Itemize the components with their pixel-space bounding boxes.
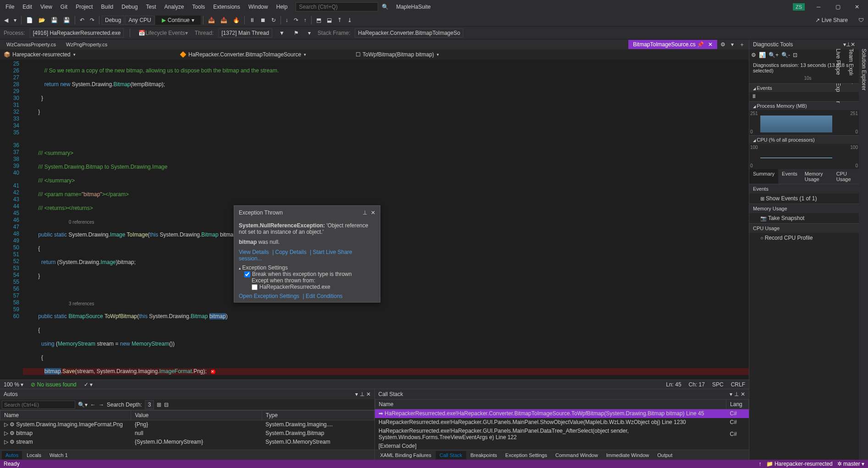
tab-command-window[interactable]: Command Window — [552, 451, 602, 459]
status-repo[interactable]: Harepacker-resurrected — [775, 461, 833, 467]
close-button[interactable]: ✕ — [848, 0, 866, 13]
diag-tab-memory-usage[interactable]: Memory Usage — [801, 169, 833, 184]
undo-icon[interactable]: ↶ — [77, 16, 87, 25]
breadcrumb-method[interactable]: ☐ ToWpfBitmap(Bitmap bitmap) — [356, 51, 439, 58]
menu-view[interactable]: View — [37, 2, 56, 12]
menu-project[interactable]: Project — [72, 2, 96, 12]
zoom-in-icon[interactable]: 🔍+ — [769, 52, 779, 58]
menu-git[interactable]: Git — [57, 2, 71, 12]
break-checkbox[interactable] — [244, 271, 250, 277]
restart-icon[interactable]: ↻ — [269, 16, 278, 25]
diag-timeline[interactable]: 10s — [749, 75, 859, 83]
platform-dropdown[interactable]: Any CPU — [125, 16, 154, 25]
dropdown-icon[interactable]: ▾ — [730, 391, 732, 397]
tab-breakpoints[interactable]: Breakpoints — [467, 451, 501, 459]
close-icon[interactable]: ✕ — [741, 391, 745, 397]
record-cpu-link[interactable]: ○ Record CPU Profile — [749, 233, 859, 243]
menu-test[interactable]: Test — [143, 2, 160, 12]
tab-active[interactable]: BitmapToImageSource.cs 📌 ✕ — [628, 40, 717, 49]
autos-search[interactable] — [2, 401, 75, 409]
autos-row[interactable]: ▷ ⚙ System.Drawing.Imaging.ImageFormat.P… — [0, 420, 374, 429]
process-dropdown[interactable]: [4916] HaRepackerResurrected.exe — [30, 28, 124, 38]
stack-frame-dropdown[interactable]: HaRepacker.Converter.BitmapToImageSo — [355, 28, 463, 38]
tab-immediate-window[interactable]: Immediate Window — [603, 451, 653, 459]
sidebar-tab-team-explorer[interactable]: Team Explorer — [847, 44, 855, 460]
save-all-icon[interactable]: 💾 — [61, 16, 72, 25]
toolbar-icon[interactable]: ⊟ — [164, 402, 169, 408]
copy-details-link[interactable]: Copy Details — [275, 249, 307, 255]
sidebar-tab-solution-explorer[interactable]: Solution Explorer — [860, 44, 868, 460]
close-icon[interactable]: ✕ — [371, 209, 375, 216]
debug-icon-7[interactable]: ⬒ — [314, 16, 324, 25]
add-source-control-icon[interactable]: ↑ — [759, 461, 762, 467]
zoom-out-icon[interactable]: 🔍- — [781, 52, 790, 58]
nav-icon[interactable]: ✓ ▾ — [84, 381, 93, 388]
sidebar-tab-live-property-explorer[interactable]: Live Property Explorer — [834, 44, 842, 460]
nav-back-icon[interactable]: ← — [90, 402, 96, 408]
cpu-header[interactable]: CPU (% of all processors) — [749, 136, 859, 144]
pin-icon[interactable]: ⊥ — [360, 391, 364, 397]
tab-call-stack[interactable]: Call Stack — [436, 451, 466, 459]
step-out-icon[interactable]: ↑ — [302, 16, 309, 25]
redo-icon[interactable]: ↷ — [88, 16, 97, 25]
config-dropdown[interactable]: Debug — [102, 16, 124, 25]
filter-icon[interactable]: ▼ — [277, 28, 287, 38]
admin-icon[interactable]: 🛡 — [856, 16, 866, 25]
tab-output[interactable]: Output — [654, 451, 676, 459]
autos-row[interactable]: ▷ ⚙ bitmapnullSystem.Drawing.Bitmap — [0, 429, 374, 438]
callstack-row[interactable]: ➡ HaRepackerResurrected.exe!HaRepacker.C… — [375, 409, 749, 418]
status-branch[interactable]: master — [843, 461, 860, 467]
toolbar-icon[interactable]: ⊞ — [157, 402, 161, 408]
debug-icon-3[interactable]: 🔥 — [231, 16, 242, 25]
autos-row[interactable]: ▷ ⚙ stream{System.IO.MemoryStream}System… — [0, 438, 374, 446]
tab-wzcanvas[interactable]: WzCanvasProperty.cs — [2, 40, 60, 49]
pin-icon[interactable]: ⊥ — [734, 391, 739, 397]
tab-watch-1[interactable]: Watch 1 — [46, 451, 71, 459]
show-events-link[interactable]: ⊞ Show Events (1 of 1) — [749, 193, 859, 204]
menu-window[interactable]: Window — [245, 2, 272, 12]
menu-help[interactable]: Help — [273, 2, 291, 12]
threads-icon[interactable]: ▾ — [306, 28, 313, 38]
stop-icon[interactable]: ⏹ — [258, 16, 268, 25]
pause-icon[interactable]: ⏸ — [247, 16, 257, 25]
tab-dropdown-icon[interactable]: ▾ — [729, 40, 736, 49]
debug-icon-10[interactable]: ⤓ — [345, 16, 354, 25]
except-checkbox[interactable] — [252, 284, 258, 290]
issues-status[interactable]: ⊘ No issues found — [31, 381, 76, 388]
tab-exception-settings[interactable]: Exception Settings — [502, 451, 551, 459]
memory-chart[interactable] — [760, 116, 832, 132]
settings-icon[interactable]: ⚙ — [751, 52, 756, 58]
thread-dropdown[interactable]: [1372] Main Thread — [218, 28, 272, 38]
diag-tab-events[interactable]: Events — [778, 169, 801, 184]
tab-add-icon[interactable]: ＋ — [737, 39, 747, 50]
events-header[interactable]: Events — [749, 84, 859, 92]
tab-xaml-binding-failures[interactable]: XAML Binding Failures — [377, 451, 435, 459]
save-icon[interactable]: 💾 — [49, 16, 60, 25]
zoom-level[interactable]: 100 % ▾ — [4, 381, 23, 388]
menu-build[interactable]: Build — [98, 2, 117, 12]
breadcrumb-project[interactable]: 📦 Harepacker-resurrected — [4, 51, 178, 58]
maximize-button[interactable]: ▢ — [829, 0, 847, 13]
flag-icon[interactable]: ⚑ — [291, 28, 301, 38]
step-into-icon[interactable]: ↓ — [283, 16, 291, 25]
user-badge[interactable]: ZS — [793, 3, 805, 11]
menu-file[interactable]: File — [2, 2, 18, 12]
open-settings-link[interactable]: Open Exception Settings — [239, 293, 299, 299]
dropdown-icon[interactable]: ▾ — [355, 391, 358, 397]
pin-icon[interactable]: ⊥ — [363, 209, 367, 216]
code-editor[interactable]: 2526272829303132333435363738394041424344… — [0, 60, 749, 380]
menu-tools[interactable]: Tools — [188, 2, 209, 12]
callstack-row[interactable]: HaRepackerResurrected.exe!HaRepacker.GUI… — [375, 427, 749, 442]
nav-fwd-icon[interactable]: ▾ — [11, 16, 19, 25]
debug-icon-8[interactable]: ⬓ — [324, 16, 334, 25]
new-icon[interactable]: 📄 — [24, 16, 35, 25]
debug-icon-2[interactable]: 📥 — [218, 16, 230, 25]
open-icon[interactable]: 📂 — [36, 16, 48, 25]
pin-icon[interactable]: 📌 — [697, 41, 704, 48]
breadcrumb-class[interactable]: 🔶 HaRepacker.Converter.BitmapToImageSour… — [180, 51, 354, 58]
tab-autos[interactable]: Autos — [2, 451, 22, 459]
menu-edit[interactable]: Edit — [19, 2, 36, 12]
view-details-link[interactable]: View Details — [239, 249, 269, 255]
menu-extensions[interactable]: Extensions — [209, 2, 244, 12]
memory-header[interactable]: Process Memory (MB) — [749, 102, 859, 110]
